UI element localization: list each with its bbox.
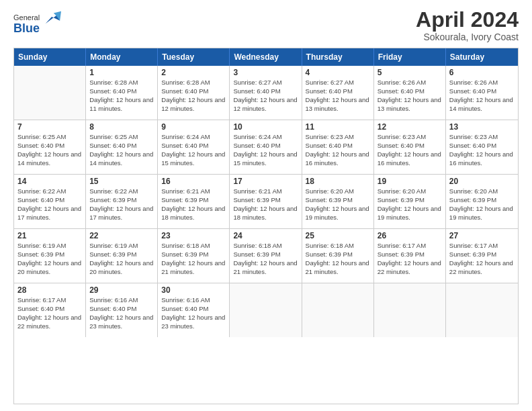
- day-number: 1: [89, 68, 154, 77]
- calendar-day-cell: [446, 283, 518, 337]
- calendar-header-cell: Tuesday: [158, 48, 230, 66]
- day-number: 17: [233, 177, 298, 186]
- header: General Blue April 2024 Sokourala, Ivory…: [0, 0, 532, 48]
- calendar-day-cell: 22Sunrise: 6:19 AMSunset: 6:39 PMDayligh…: [86, 229, 158, 283]
- day-number: 7: [17, 122, 82, 132]
- calendar-header-cell: Monday: [86, 48, 158, 66]
- calendar-day-cell: 21Sunrise: 6:19 AMSunset: 6:39 PMDayligh…: [14, 229, 86, 283]
- calendar-day-cell: 7Sunrise: 6:25 AMSunset: 6:40 PMDaylight…: [14, 120, 86, 174]
- day-info: Sunrise: 6:23 AMSunset: 6:40 PMDaylight:…: [306, 133, 370, 167]
- day-info: Sunrise: 6:16 AMSunset: 6:40 PMDaylight:…: [161, 296, 226, 330]
- day-number: 14: [17, 177, 82, 186]
- day-info: Sunrise: 6:19 AMSunset: 6:39 PMDaylight:…: [17, 242, 82, 276]
- day-info: Sunrise: 6:18 AMSunset: 6:39 PMDaylight:…: [306, 242, 370, 276]
- calendar: SundayMondayTuesdayWednesdayThursdayFrid…: [13, 48, 519, 404]
- day-number: 19: [378, 177, 442, 186]
- day-number: 23: [161, 231, 226, 240]
- day-number: 20: [449, 177, 515, 186]
- day-number: 16: [161, 177, 226, 186]
- day-info: Sunrise: 6:22 AMSunset: 6:39 PMDaylight:…: [89, 187, 154, 222]
- calendar-week-row: 14Sunrise: 6:22 AMSunset: 6:40 PMDayligh…: [14, 175, 518, 229]
- day-info: Sunrise: 6:17 AMSunset: 6:39 PMDaylight:…: [449, 242, 515, 276]
- calendar-day-cell: 12Sunrise: 6:23 AMSunset: 6:40 PMDayligh…: [374, 120, 446, 174]
- day-number: 25: [306, 231, 370, 240]
- calendar-header-row: SundayMondayTuesdayWednesdayThursdayFrid…: [14, 48, 518, 66]
- calendar-body: 1Sunrise: 6:28 AMSunset: 6:40 PMDaylight…: [14, 66, 518, 337]
- day-info: Sunrise: 6:24 AMSunset: 6:40 PMDaylight:…: [233, 133, 298, 167]
- day-info: Sunrise: 6:17 AMSunset: 6:40 PMDaylight:…: [17, 296, 82, 330]
- day-number: 28: [17, 285, 82, 295]
- day-number: 26: [378, 231, 442, 240]
- calendar-header-cell: Friday: [374, 48, 446, 66]
- calendar-day-cell: 23Sunrise: 6:18 AMSunset: 6:39 PMDayligh…: [158, 229, 230, 283]
- calendar-day-cell: [302, 283, 374, 337]
- day-number: 4: [306, 68, 370, 77]
- calendar-day-cell: 5Sunrise: 6:26 AMSunset: 6:40 PMDaylight…: [374, 66, 446, 120]
- day-number: 29: [89, 285, 154, 295]
- calendar-day-cell: [230, 283, 302, 337]
- day-number: 15: [89, 177, 154, 186]
- calendar-week-row: 28Sunrise: 6:17 AMSunset: 6:40 PMDayligh…: [14, 283, 518, 337]
- calendar-day-cell: 17Sunrise: 6:21 AMSunset: 6:39 PMDayligh…: [230, 175, 302, 228]
- subtitle: Sokourala, Ivory Coast: [416, 32, 519, 42]
- logo-icon: [42, 8, 61, 27]
- calendar-week-row: 1Sunrise: 6:28 AMSunset: 6:40 PMDaylight…: [14, 66, 518, 120]
- calendar-header-cell: Sunday: [14, 48, 86, 66]
- day-info: Sunrise: 6:24 AMSunset: 6:40 PMDaylight:…: [161, 133, 226, 167]
- day-info: Sunrise: 6:21 AMSunset: 6:39 PMDaylight:…: [233, 187, 298, 222]
- day-info: Sunrise: 6:20 AMSunset: 6:39 PMDaylight:…: [378, 187, 442, 222]
- day-number: 24: [233, 231, 298, 240]
- day-number: 10: [233, 122, 298, 132]
- calendar-day-cell: 9Sunrise: 6:24 AMSunset: 6:40 PMDaylight…: [158, 120, 230, 174]
- calendar-header-cell: Thursday: [302, 48, 374, 66]
- calendar-day-cell: 24Sunrise: 6:18 AMSunset: 6:39 PMDayligh…: [230, 229, 302, 283]
- day-number: 8: [89, 122, 154, 132]
- day-info: Sunrise: 6:26 AMSunset: 6:40 PMDaylight:…: [449, 79, 515, 113]
- calendar-week-row: 21Sunrise: 6:19 AMSunset: 6:39 PMDayligh…: [14, 229, 518, 283]
- calendar-day-cell: 3Sunrise: 6:27 AMSunset: 6:40 PMDaylight…: [230, 66, 302, 120]
- calendar-day-cell: 19Sunrise: 6:20 AMSunset: 6:39 PMDayligh…: [374, 175, 446, 228]
- day-info: Sunrise: 6:17 AMSunset: 6:39 PMDaylight:…: [378, 242, 442, 276]
- day-info: Sunrise: 6:19 AMSunset: 6:39 PMDaylight:…: [89, 242, 154, 276]
- calendar-day-cell: 25Sunrise: 6:18 AMSunset: 6:39 PMDayligh…: [302, 229, 374, 283]
- day-number: 6: [449, 68, 515, 77]
- day-number: 12: [378, 122, 442, 132]
- day-info: Sunrise: 6:20 AMSunset: 6:39 PMDaylight:…: [449, 187, 515, 222]
- day-number: 11: [306, 122, 370, 132]
- calendar-day-cell: 1Sunrise: 6:28 AMSunset: 6:40 PMDaylight…: [86, 66, 158, 120]
- logo-general-text: General: [13, 13, 40, 21]
- calendar-day-cell: 10Sunrise: 6:24 AMSunset: 6:40 PMDayligh…: [230, 120, 302, 174]
- calendar-week-row: 7Sunrise: 6:25 AMSunset: 6:40 PMDaylight…: [14, 120, 518, 175]
- day-number: 21: [17, 231, 82, 240]
- calendar-day-cell: 2Sunrise: 6:28 AMSunset: 6:40 PMDaylight…: [158, 66, 230, 120]
- calendar-day-cell: 18Sunrise: 6:20 AMSunset: 6:39 PMDayligh…: [302, 175, 374, 228]
- day-number: 22: [89, 231, 154, 240]
- day-number: 27: [449, 231, 515, 240]
- day-info: Sunrise: 6:18 AMSunset: 6:39 PMDaylight:…: [161, 242, 226, 276]
- calendar-day-cell: 26Sunrise: 6:17 AMSunset: 6:39 PMDayligh…: [374, 229, 446, 283]
- day-number: 5: [378, 68, 442, 77]
- day-info: Sunrise: 6:23 AMSunset: 6:40 PMDaylight:…: [378, 133, 442, 167]
- logo: General Blue: [13, 8, 61, 36]
- calendar-day-cell: 15Sunrise: 6:22 AMSunset: 6:39 PMDayligh…: [86, 175, 158, 228]
- calendar-day-cell: 27Sunrise: 6:17 AMSunset: 6:39 PMDayligh…: [446, 229, 518, 283]
- calendar-day-cell: 13Sunrise: 6:23 AMSunset: 6:40 PMDayligh…: [446, 120, 518, 174]
- page: General Blue April 2024 Sokourala, Ivory…: [0, 0, 532, 411]
- day-number: 2: [161, 68, 226, 77]
- day-number: 9: [161, 122, 226, 132]
- calendar-day-cell: 11Sunrise: 6:23 AMSunset: 6:40 PMDayligh…: [302, 120, 374, 174]
- title-area: April 2024 Sokourala, Ivory Coast: [416, 8, 519, 42]
- day-number: 13: [449, 122, 515, 132]
- day-info: Sunrise: 6:22 AMSunset: 6:40 PMDaylight:…: [17, 187, 82, 222]
- main-title: April 2024: [416, 8, 519, 32]
- day-number: 18: [306, 177, 370, 186]
- calendar-day-cell: 6Sunrise: 6:26 AMSunset: 6:40 PMDaylight…: [446, 66, 518, 120]
- day-info: Sunrise: 6:25 AMSunset: 6:40 PMDaylight:…: [17, 133, 82, 167]
- calendar-day-cell: 8Sunrise: 6:25 AMSunset: 6:40 PMDaylight…: [86, 120, 158, 174]
- day-info: Sunrise: 6:18 AMSunset: 6:39 PMDaylight:…: [233, 242, 298, 276]
- day-number: 3: [233, 68, 298, 77]
- calendar-day-cell: 16Sunrise: 6:21 AMSunset: 6:39 PMDayligh…: [158, 175, 230, 228]
- calendar-day-cell: [14, 66, 86, 120]
- calendar-day-cell: [374, 283, 446, 337]
- day-info: Sunrise: 6:27 AMSunset: 6:40 PMDaylight:…: [306, 79, 370, 113]
